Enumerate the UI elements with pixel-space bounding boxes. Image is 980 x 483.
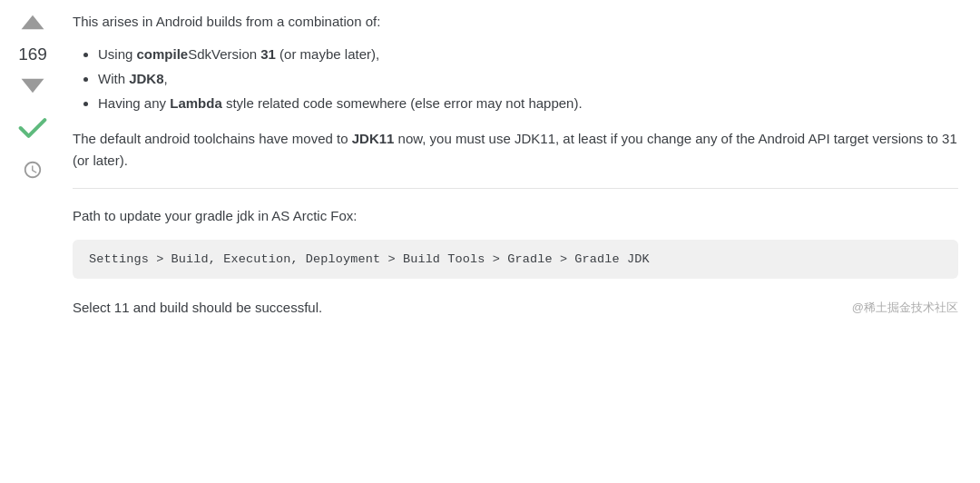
section-divider [73, 188, 958, 189]
bullet-item-2: With JDK8, [98, 66, 958, 91]
code-block: Settings > Build, Execution, Deployment … [73, 240, 958, 279]
path-label: Path to update your gradle jdk in AS Arc… [73, 205, 958, 227]
vote-up-button[interactable] [16, 7, 49, 40]
bullet-1-middle: SdkVersion [188, 46, 260, 62]
bullet-2-bold1: JDK8 [129, 71, 163, 86]
downvote-icon [20, 72, 45, 97]
bullet-1-suffix: (or maybe later), [276, 46, 379, 62]
bullet-3-suffix: style related code somewhere (else error… [222, 95, 583, 111]
bullet-1-bold1: compile [137, 46, 189, 62]
accepted-answer-check [16, 112, 49, 144]
left-sidebar: 169 [0, 0, 65, 483]
bullet-3-bold1: Lambda [170, 95, 222, 111]
footer-row: Select 11 and build should be successful… [73, 297, 958, 319]
bullet-1-prefix: Using [98, 46, 137, 62]
main-content: This arises in Android builds from a com… [65, 0, 980, 483]
bullet-1-bold2: 31 [260, 46, 276, 62]
bullet-2-suffix: , [164, 71, 168, 86]
vote-down-button[interactable] [16, 68, 49, 101]
bullet-list: Using compileSdkVersion 31 (or maybe lat… [73, 42, 958, 115]
page-container: 169 This arises in Android builds from a… [0, 0, 980, 483]
intro-text: This arises in Android builds from a com… [73, 11, 958, 33]
bullet-item-1: Using compileSdkVersion 31 (or maybe lat… [98, 42, 958, 66]
bullet-2-prefix: With [98, 71, 129, 86]
vote-count: 169 [18, 45, 47, 63]
checkmark-icon [18, 113, 47, 143]
jdk11-bold: JDK11 [352, 131, 395, 146]
select-text: Select 11 and build should be successful… [73, 297, 322, 319]
attribution: @稀土掘金技术社区 [852, 300, 958, 316]
body-text: The default android toolchains have move… [73, 128, 958, 172]
edit-history-button[interactable] [18, 155, 47, 184]
bullet-3-prefix: Having any [98, 95, 170, 111]
bullet-item-3: Having any Lambda style related code som… [98, 91, 958, 115]
upvote-icon [20, 11, 45, 36]
history-icon [23, 160, 43, 180]
